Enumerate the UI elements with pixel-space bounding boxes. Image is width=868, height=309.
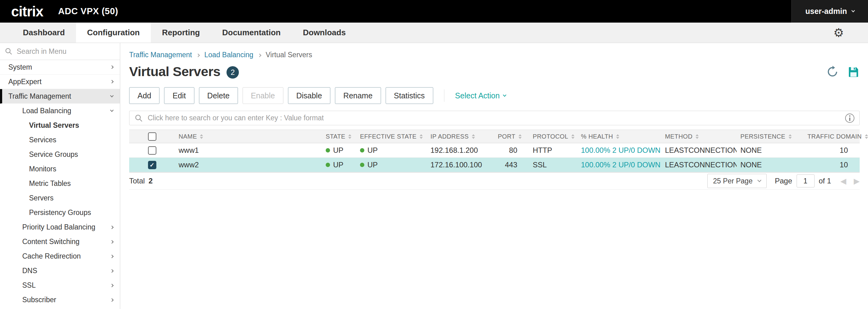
sidebar-item-virtual-servers[interactable]: Virtual Servers <box>0 118 120 133</box>
sidebar-item-content-switching[interactable]: Content Switching <box>0 234 120 249</box>
sort-icon <box>695 134 699 139</box>
column-header-effective-state[interactable]: EFFECTIVE STATE <box>356 133 427 140</box>
search-icon <box>134 114 143 122</box>
status-up-dot <box>326 148 330 152</box>
cell-traffic-domain: 10 <box>804 146 860 154</box>
total-count: Total 2 <box>129 177 153 185</box>
select-action-dropdown[interactable]: Select Action <box>455 91 506 100</box>
sidebar-item-traffic-management[interactable]: Traffic Management <box>0 89 120 104</box>
sort-icon <box>420 134 423 139</box>
breadcrumb-link-load-balancing[interactable]: Load Balancing <box>204 51 253 59</box>
search-icon <box>5 47 13 55</box>
delete-button[interactable]: Delete <box>199 87 238 104</box>
column-header-port[interactable]: PORT <box>494 133 529 140</box>
column-header-persistence[interactable]: PERSISTENCE <box>737 133 804 140</box>
cell-persistence: NONE <box>737 146 804 154</box>
cell-effective-state: UP <box>356 161 427 169</box>
app-root: citrix ADC VPX (50) user-admin Dashboard… <box>0 0 868 309</box>
sidebar-item-servers[interactable]: Servers <box>0 191 120 205</box>
chevron-right-icon <box>110 284 114 287</box>
chevron-right-icon <box>258 54 261 57</box>
per-page-select[interactable]: 25 Per Page <box>707 174 767 188</box>
cell-name: www1 <box>175 146 322 154</box>
page-number-input[interactable] <box>797 174 814 188</box>
sidebar-item-monitors[interactable]: Monitors <box>0 162 120 176</box>
tab-dashboard[interactable]: Dashboard <box>12 23 76 43</box>
health-link[interactable]: 100.00% 2 UP/0 DOWN <box>581 146 660 154</box>
menu-search-input[interactable] <box>17 47 115 56</box>
table-footer: Total 2 25 Per Page Page of 1 ◀ <box>129 172 860 190</box>
breadcrumb-link-traffic-management[interactable]: Traffic Management <box>129 51 192 59</box>
sidebar-item-load-balancing[interactable]: Load Balancing <box>0 104 120 118</box>
sidebar-item-dns[interactable]: DNS <box>0 263 120 278</box>
column-header-health[interactable]: % HEALTH <box>577 133 661 140</box>
refresh-icon[interactable] <box>826 65 839 78</box>
column-header-protocol[interactable]: PROTOCOL <box>529 133 577 140</box>
info-icon[interactable] <box>845 114 855 123</box>
cell-effective-state: UP <box>356 146 427 154</box>
enable-button[interactable]: Enable <box>243 87 283 104</box>
breadcrumb: Traffic Management Load Balancing Virtua… <box>129 51 860 59</box>
appliance-title: ADC VPX (50) <box>58 6 118 17</box>
column-header-traffic-domain[interactable]: TRAFFIC DOMAIN <box>804 133 860 140</box>
sidebar-item-appexpert[interactable]: AppExpert <box>0 75 120 89</box>
pager-arrows: ◀ ▶ <box>840 177 860 186</box>
column-header-state[interactable]: STATE <box>322 133 356 140</box>
table-row[interactable]: www1 UP UP 192.168.1.200 80 HTTP 100.00%… <box>129 143 860 158</box>
cell-ip-address: 192.168.1.200 <box>427 146 494 154</box>
cell-checkbox <box>129 161 175 169</box>
tab-documentation[interactable]: Documentation <box>211 23 292 43</box>
rename-button[interactable]: Rename <box>335 87 381 104</box>
column-header-method[interactable]: METHOD <box>661 133 737 140</box>
chevron-right-icon <box>110 240 114 244</box>
select-all-checkbox[interactable] <box>148 132 156 141</box>
row-checkbox[interactable] <box>148 146 156 154</box>
prev-page-icon[interactable]: ◀ <box>840 177 846 186</box>
gear-icon[interactable]: ⚙ <box>833 27 844 39</box>
sidebar-item-persistency-groups[interactable]: Persistency Groups <box>0 205 120 220</box>
cell-ip-address: 172.16.100.100 <box>427 161 494 169</box>
sort-icon <box>865 134 868 139</box>
toolbar-divider <box>444 89 444 102</box>
sidebar-item-cache-redirection[interactable]: Cache Redirection <box>0 249 120 263</box>
title-row: Virtual Servers 2 <box>129 64 860 79</box>
sort-icon <box>348 134 351 139</box>
page-actions <box>826 65 860 78</box>
disable-button[interactable]: Disable <box>288 87 330 104</box>
tab-reporting[interactable]: Reporting <box>151 23 211 43</box>
sidebar-item-ssl[interactable]: SSL <box>0 278 120 292</box>
chevron-down-icon <box>851 9 855 12</box>
statistics-button[interactable]: Statistics <box>385 87 433 104</box>
cell-protocol: HTTP <box>529 146 577 154</box>
sidebar-item-metric-tables[interactable]: Metric Tables <box>0 176 120 191</box>
chevron-right-icon <box>110 80 114 83</box>
user-menu[interactable]: user-admin <box>792 0 868 23</box>
cell-method: LEASTCONNECTION <box>661 146 737 154</box>
page-of-label: of 1 <box>819 177 831 185</box>
sidebar-item-service-groups[interactable]: Service Groups <box>0 147 120 162</box>
sidebar-item-priority-load-balancing[interactable]: Priority Load Balancing <box>0 220 120 234</box>
chevron-down-icon <box>503 93 506 96</box>
table-row[interactable]: www2 UP UP 172.16.100.100 443 SSL 100.00… <box>129 158 860 172</box>
save-icon[interactable] <box>847 65 860 78</box>
sidebar-item-subscriber[interactable]: Subscriber <box>0 292 120 307</box>
next-page-icon[interactable]: ▶ <box>854 177 860 186</box>
add-button[interactable]: Add <box>129 87 159 104</box>
cell-health: 100.00% 2 UP/0 DOWN <box>577 161 661 169</box>
sidebar-item-system[interactable]: System <box>0 60 120 75</box>
tab-downloads[interactable]: Downloads <box>292 23 357 43</box>
chevron-down-icon <box>110 94 114 97</box>
column-header-ip-address[interactable]: IP ADDRESS <box>427 133 494 140</box>
column-header-name[interactable]: NAME <box>175 133 322 140</box>
sidebar-item-services[interactable]: Services <box>0 133 120 147</box>
row-checkbox[interactable] <box>148 161 156 169</box>
cell-port: 443 <box>494 161 529 169</box>
edit-button[interactable]: Edit <box>164 87 194 104</box>
sort-icon <box>571 134 575 139</box>
breadcrumb-current: Virtual Servers <box>266 51 312 59</box>
tab-configuration[interactable]: Configuration <box>76 23 151 43</box>
sort-icon <box>788 134 792 139</box>
filter-search-input[interactable] <box>148 114 840 122</box>
sort-icon <box>519 134 522 139</box>
health-link[interactable]: 100.00% 2 UP/0 DOWN <box>581 161 660 169</box>
